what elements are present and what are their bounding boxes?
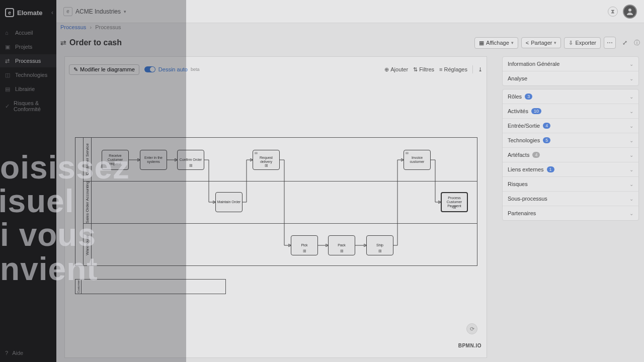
info-icon[interactable]: ⓘ — [634, 39, 640, 47]
chevron-icon: ⌄ — [629, 123, 633, 129]
task-request-delivery[interactable]: Request delivery — [253, 150, 280, 170]
section-activities[interactable]: Activités10⌄ — [503, 104, 638, 118]
section-info-generale[interactable]: Information Générale⌄ — [503, 57, 638, 71]
task-process-payment[interactable]: Process Customer Payment — [441, 192, 468, 212]
pool2-label: Customer — [75, 280, 82, 294]
section-analyse[interactable]: Analyse⌄ — [503, 71, 638, 85]
collapse-sidebar-icon[interactable]: ‹ — [51, 9, 53, 16]
reset-view-button[interactable]: ⟳ — [466, 323, 477, 334]
properties-panel: Information Générale⌄ Analyse⌄ Rôles3⌄ A… — [502, 56, 639, 221]
section-io[interactable]: Entrée/Sortie4⌄ — [503, 118, 638, 133]
separator — [472, 65, 473, 73]
lane-label-2: Sales Order Accounting — [84, 181, 91, 223]
swap-icon: ⇄ — [60, 39, 66, 47]
section-roles[interactable]: Rôles3⌄ — [503, 89, 638, 104]
help-icon: ? — [5, 350, 8, 356]
chevron-icon: ⌄ — [629, 94, 633, 100]
props-card-general: Information Générale⌄ Analyse⌄ — [502, 56, 639, 86]
title-row: ⇄Order to cash ▦Affichage▾ <Partager▾ ⇩E… — [60, 35, 640, 50]
task-enter[interactable]: Enter in the systems — [140, 150, 167, 170]
page-title: ⇄Order to cash — [60, 38, 122, 47]
download-icon: ⤓ — [478, 66, 482, 73]
diagram-canvas[interactable]: ✎Modifier le diagramme Dessin auto beta … — [64, 56, 487, 358]
chevron-icon: ⌄ — [629, 61, 633, 67]
task-ship[interactable]: Ship — [366, 235, 393, 255]
task-maintain[interactable]: Maintain Order — [215, 192, 243, 212]
beta-badge: beta — [191, 67, 200, 72]
breadcrumb-sep: › — [90, 24, 92, 30]
filter-icon: ⇅ — [413, 66, 418, 73]
chevron-icon: ⌄ — [629, 167, 633, 172]
task-pack[interactable]: Pack — [328, 235, 355, 255]
edit-diagram-button[interactable]: ✎Modifier le diagramme — [69, 64, 139, 75]
task-confirm[interactable]: Confirm Order — [177, 150, 204, 170]
pool-label — [75, 138, 84, 265]
task-invoice[interactable]: Invoice customer — [404, 150, 431, 170]
sliders-icon: ≡ — [439, 66, 442, 72]
nav-home[interactable]: ⌂Accueil — [0, 26, 56, 39]
folder-icon: ▣ — [5, 44, 11, 50]
breadcrumb: Processus › Processus — [60, 24, 121, 30]
download-diagram-button[interactable]: ⤓ — [478, 66, 482, 73]
org-switcher[interactable]: e ACME Industries ▾ — [63, 7, 126, 16]
title-actions: ▦Affichage▾ <Partager▾ ⇩Exporter ⋯ ⤢ ⓘ — [474, 37, 640, 49]
layout-icon: ▦ — [479, 40, 484, 46]
avatar[interactable] — [623, 5, 637, 19]
props-card-details: Rôles3⌄ Activités10⌄ Entrée/Sortie4⌄ Tec… — [502, 89, 639, 221]
expand-button[interactable]: ⤢ — [619, 37, 631, 49]
bpmn-pool-customer[interactable]: Customer — [75, 279, 226, 294]
more-button[interactable]: ⋯ — [604, 37, 616, 49]
nav-risks[interactable]: ✓Risques & Conformité — [0, 97, 56, 116]
section-subprocess[interactable]: Sous-processus⌄ — [503, 191, 638, 206]
pencil-icon: ✎ — [73, 66, 78, 73]
share-icon: < — [526, 40, 529, 46]
section-technologies[interactable]: Technologies5⌄ — [503, 133, 638, 147]
topbar-right: ⧗ — [608, 5, 637, 19]
section-risks[interactable]: Risques⌄ — [503, 176, 638, 191]
auto-layout-toggle[interactable]: Dessin auto beta — [144, 66, 200, 72]
shield-icon: ✓ — [5, 103, 10, 109]
chip-icon: ◫ — [5, 72, 11, 78]
export-button[interactable]: ⇩Exporter — [564, 37, 601, 49]
nav-processes[interactable]: ⇄Processus — [0, 54, 56, 67]
download-icon: ⇩ — [569, 40, 573, 46]
task-receive[interactable]: Receive Customer request — [102, 150, 129, 170]
notification-icon[interactable]: ⧗ — [608, 7, 618, 17]
section-external-links[interactable]: Liens externes1⌄ — [503, 162, 638, 176]
display-button[interactable]: ▦Affichage▾ — [474, 37, 518, 49]
switch-icon — [144, 66, 155, 72]
task-pick[interactable]: Pick — [291, 235, 318, 255]
add-button[interactable]: ⊕Ajouter — [384, 66, 408, 73]
nav-technologies[interactable]: ◫Technologies — [0, 68, 56, 81]
share-button[interactable]: <Partager▾ — [521, 37, 561, 48]
canvas-toolbar: ✎Modifier le diagramme Dessin auto beta … — [69, 63, 482, 76]
nav-library[interactable]: ▤Librairie — [0, 82, 56, 96]
chevron-icon: ⌄ — [629, 109, 633, 114]
breadcrumb-root[interactable]: Processus — [60, 24, 86, 30]
chevron-icon: ⌄ — [629, 182, 633, 187]
book-icon: ▤ — [5, 86, 11, 92]
count-badge: 10 — [531, 108, 541, 114]
sidebar: e Elomate ‹ ⌂Accueil ▣Projets ⇄Processus… — [0, 0, 56, 362]
brand: e Elomate — [0, 4, 56, 24]
chevron-icon: ⌄ — [629, 152, 633, 158]
home-icon: ⌂ — [5, 30, 11, 36]
count-badge: 4 — [543, 123, 550, 129]
nav-help[interactable]: ?Aide — [0, 346, 56, 362]
breadcrumb-current: Processus — [95, 24, 121, 30]
settings-button[interactable]: ≡Réglages — [439, 66, 467, 72]
lane-label-1: Customer Service — [84, 138, 91, 181]
brand-name: Elomate — [17, 9, 43, 17]
nav-projects[interactable]: ▣Projets — [0, 40, 56, 53]
chevron-icon: ⌄ — [629, 76, 633, 81]
filters-button[interactable]: ⇅Filtres — [413, 66, 434, 73]
bpmn-pool[interactable]: Customer Service Sales Order Accounting … — [75, 137, 477, 266]
count-badge: 3 — [525, 94, 532, 100]
section-artefacts[interactable]: Artéfacts4⌄ — [503, 147, 638, 162]
lane-label-3: Warehouse — [84, 223, 91, 266]
brand-logo-icon: e — [5, 8, 14, 17]
section-partners[interactable]: Partenaires⌄ — [503, 206, 638, 220]
org-name: ACME Industries — [75, 8, 121, 15]
chevron-icon: ⌄ — [629, 196, 633, 202]
topbar: e ACME Industries ▾ ⧗ — [56, 0, 644, 23]
